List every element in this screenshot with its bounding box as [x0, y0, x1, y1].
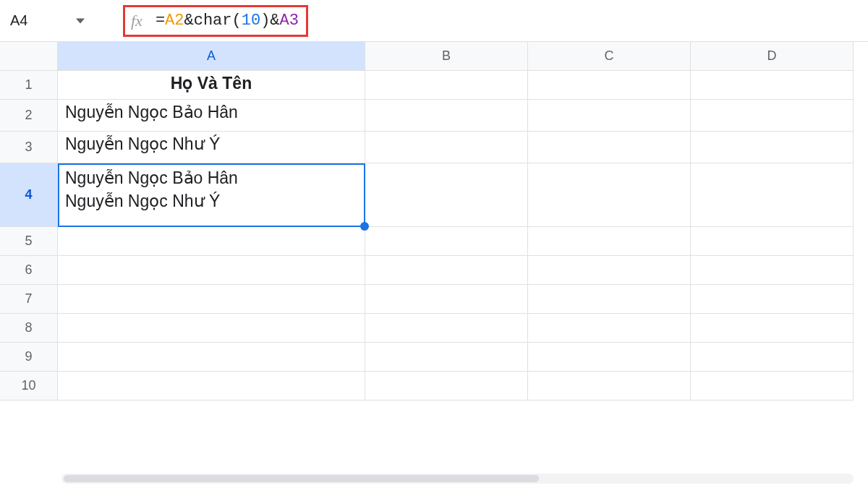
column-header-d[interactable]: D	[691, 42, 854, 71]
row-headers-column: 1 2 3 4 5 6 7 8 9 10	[0, 71, 58, 401]
cell-a2[interactable]: Nguyễn Ngọc Bảo Hân	[58, 100, 365, 132]
name-box[interactable]: A4	[7, 12, 94, 29]
cell-c4[interactable]	[528, 163, 691, 227]
cell-d5[interactable]	[691, 227, 854, 256]
cell-b10[interactable]	[365, 372, 528, 401]
cell-c3[interactable]	[528, 132, 691, 163]
column-header-b[interactable]: B	[365, 42, 528, 71]
chevron-down-icon[interactable]	[74, 14, 87, 27]
row-header-3[interactable]: 3	[0, 132, 58, 163]
column-header-a[interactable]: A	[58, 42, 365, 71]
column-header-c[interactable]: C	[528, 42, 691, 71]
cell-b6[interactable]	[365, 256, 528, 285]
cell-d2[interactable]	[691, 100, 854, 132]
row-header-10[interactable]: 10	[0, 372, 58, 401]
formula-token-ref-a3: A3	[280, 12, 299, 30]
cell-c10[interactable]	[528, 372, 691, 401]
cell-b4[interactable]	[365, 163, 528, 227]
cell-reference: A4	[10, 12, 27, 29]
cell-d8[interactable]	[691, 314, 854, 343]
cell-a4-line2: Nguyễn Ngọc Như Ý	[65, 192, 220, 210]
cell-a5[interactable]	[58, 227, 365, 256]
cell-d9[interactable]	[691, 343, 854, 372]
cell-c7[interactable]	[528, 285, 691, 314]
cell-b7[interactable]	[365, 285, 528, 314]
cell-b3[interactable]	[365, 132, 528, 163]
cell-c5[interactable]	[528, 227, 691, 256]
cell-a8[interactable]	[58, 314, 365, 343]
cell-d3[interactable]	[691, 132, 854, 163]
cell-b5[interactable]	[365, 227, 528, 256]
formula-token-amp: &	[270, 12, 279, 30]
fx-icon: fx	[131, 12, 142, 30]
cell-a1[interactable]: Họ Và Tên	[58, 71, 365, 100]
cell-a6[interactable]	[58, 256, 365, 285]
cell-b2[interactable]	[365, 100, 528, 132]
row-header-9[interactable]: 9	[0, 343, 58, 372]
formula-token-eq: =	[156, 12, 165, 30]
formula-token-rparen: )	[260, 12, 270, 30]
formula-bar: A4 fx =A2&char(10)&A3	[0, 0, 868, 42]
cell-a4[interactable]: Nguyễn Ngọc Bảo Hân Nguyễn Ngọc Như Ý	[58, 163, 365, 227]
row-header-1[interactable]: 1	[0, 71, 58, 100]
cell-c1[interactable]	[528, 71, 691, 100]
cell-c8[interactable]	[528, 314, 691, 343]
cell-d7[interactable]	[691, 285, 854, 314]
cells-area: Họ Và Tên Nguyễn Ngọc Bảo Hân Nguyễn Ngọ…	[58, 71, 854, 401]
row-header-5[interactable]: 5	[0, 227, 58, 256]
row-header-7[interactable]: 7	[0, 285, 58, 314]
cell-d4[interactable]	[691, 163, 854, 227]
horizontal-scrollbar-thumb[interactable]	[64, 475, 539, 482]
formula-token-num: 10	[242, 12, 260, 30]
formula-input-container: fx =A2&char(10)&A3	[123, 5, 308, 37]
cell-d10[interactable]	[691, 372, 854, 401]
cell-c9[interactable]	[528, 343, 691, 372]
formula-token-lparen: (	[232, 12, 242, 30]
cell-a10[interactable]	[58, 372, 365, 401]
column-headers-row: A B C D	[0, 42, 854, 71]
row-header-6[interactable]: 6	[0, 256, 58, 285]
formula-input[interactable]: =A2&char(10)&A3	[156, 12, 299, 30]
horizontal-scrollbar[interactable]	[61, 474, 854, 484]
cell-d6[interactable]	[691, 256, 854, 285]
row-header-8[interactable]: 8	[0, 314, 58, 343]
formula-token-ref-a2: A2	[165, 12, 184, 30]
cell-a7[interactable]	[58, 285, 365, 314]
cell-b8[interactable]	[365, 314, 528, 343]
cell-c6[interactable]	[528, 256, 691, 285]
row-header-2[interactable]: 2	[0, 100, 58, 132]
row-header-4[interactable]: 4	[0, 163, 58, 227]
cell-a4-line1: Nguyễn Ngọc Bảo Hân	[65, 168, 238, 187]
formula-token-func: char	[194, 12, 232, 30]
spreadsheet-grid: A B C D 1 2 3 4 5 6 7 8 9 10 Họ Và Tên	[0, 42, 868, 401]
cell-c2[interactable]	[528, 100, 691, 132]
select-all-corner[interactable]	[0, 42, 58, 71]
cell-a3[interactable]: Nguyễn Ngọc Như Ý	[58, 132, 365, 163]
cell-b1[interactable]	[365, 71, 528, 100]
cell-a9[interactable]	[58, 343, 365, 372]
cell-b9[interactable]	[365, 343, 528, 372]
formula-token-amp: &	[184, 12, 194, 30]
cell-d1[interactable]	[691, 71, 854, 100]
